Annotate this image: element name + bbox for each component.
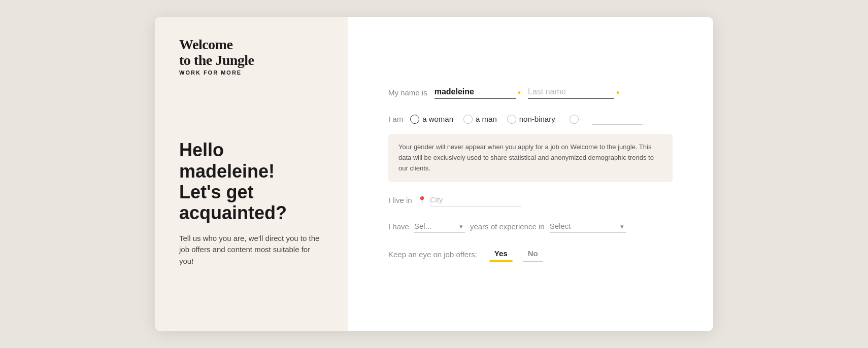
last-name-input[interactable]	[528, 86, 614, 99]
first-name-wrap	[435, 86, 516, 99]
page-headline: Hello madeleine!Let's getacquainted?	[179, 140, 323, 224]
city-prefix-label: I live in	[388, 196, 412, 204]
yes-toggle-button[interactable]: Yes	[484, 247, 518, 262]
gender-info-box: Your gender will never appear when you a…	[388, 134, 673, 182]
logo: Welcometo the Jungle WORK FOR MORE	[179, 37, 323, 76]
gender-options: a woman a man non-binary	[410, 113, 642, 125]
job-offers-label: Keep an eye on job offers:	[388, 250, 477, 259]
first-name-input[interactable]	[435, 86, 516, 99]
no-toggle-button[interactable]: No	[518, 247, 548, 262]
gender-prefix-label: I am	[388, 115, 403, 123]
profile-form: My name is • • I am a woman	[388, 86, 673, 261]
radio-woman	[410, 115, 419, 124]
last-name-wrap	[528, 86, 614, 99]
industry-select[interactable]: Select Technology Finance Marketing Desi…	[550, 221, 626, 233]
right-panel: My name is • • I am a woman	[348, 17, 713, 331]
left-panel: Welcometo the Jungle WORK FOR MORE Hello…	[155, 17, 348, 331]
gender-row: I am a woman a man non-binary	[388, 113, 673, 125]
industry-select-wrap: Select Technology Finance Marketing Desi…	[550, 221, 626, 233]
exp-prefix-label: I have	[388, 222, 409, 231]
name-row: My name is • •	[388, 86, 673, 99]
radio-other	[570, 115, 579, 124]
first-name-required-dot: •	[518, 88, 521, 97]
main-card: Welcometo the Jungle WORK FOR MORE Hello…	[155, 17, 713, 331]
gender-nonbinary-label: non-binary	[519, 115, 555, 123]
gender-other-input[interactable]	[592, 113, 643, 125]
name-prefix-label: My name is	[388, 88, 427, 97]
city-input[interactable]	[430, 194, 521, 206]
job-offers-toggle: Yes No	[484, 247, 548, 262]
location-icon: 📍	[417, 196, 427, 205]
city-row: I live in 📍	[388, 194, 673, 206]
left-content: Hello madeleine!Let's getacquainted? Tel…	[179, 96, 323, 311]
gender-option-nonbinary[interactable]: non-binary	[507, 115, 555, 124]
years-select[interactable]: Sel... 0 1 2 3-5 6-10 10+	[414, 221, 465, 233]
logo-subtitle: WORK FOR MORE	[179, 69, 323, 76]
last-name-required-dot: •	[616, 88, 619, 97]
page-subheadline: Tell us who you are, we'll direct you to…	[179, 233, 323, 267]
years-select-wrap: Sel... 0 1 2 3-5 6-10 10+ ▾	[414, 221, 465, 233]
gender-woman-label: a woman	[422, 115, 453, 123]
gender-option-man[interactable]: a man	[463, 115, 497, 124]
radio-man	[463, 115, 473, 124]
experience-row: I have Sel... 0 1 2 3-5 6-10 10+ ▾ years…	[388, 221, 673, 233]
gender-option-woman[interactable]: a woman	[410, 115, 453, 124]
gender-man-label: a man	[476, 115, 497, 123]
logo-title: Welcometo the Jungle	[179, 37, 323, 68]
gender-info-text: Your gender will never appear when you a…	[398, 142, 662, 173]
job-offers-row: Keep an eye on job offers: Yes No	[388, 247, 673, 262]
radio-nonbinary	[507, 115, 516, 124]
exp-middle-label: years of experience in	[470, 222, 545, 231]
